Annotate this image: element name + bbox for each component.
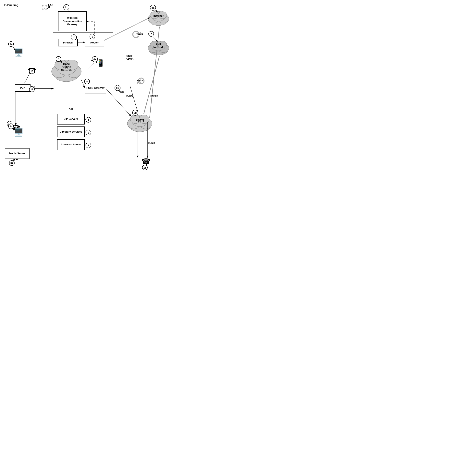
router-box: Router xyxy=(85,39,104,46)
presence-server-box: Presence Server xyxy=(57,139,85,150)
in-building-label: In-Building xyxy=(4,4,18,7)
data-label: Data xyxy=(137,33,143,35)
circle-3: 3 xyxy=(86,143,91,148)
trunks-label-1: Trunks xyxy=(126,94,133,97)
lan-label: LAN xyxy=(48,4,53,7)
circle-0: 0 xyxy=(42,5,47,10)
trunks-label-3: Trunks xyxy=(148,142,155,144)
circle-6b: 6b xyxy=(114,85,121,91)
wireless-gateway-box: Wireless Communication Gateway xyxy=(58,11,87,31)
mobile-device-6a: 📱 xyxy=(96,59,105,67)
cell-network-cloud: CellNetwork xyxy=(147,38,170,56)
circle-37: 37 xyxy=(9,160,15,166)
circle-9: 9 xyxy=(90,34,95,39)
network-diagram: LAN In-Building Wireless Communication G… xyxy=(0,0,177,183)
circle-2: 2 xyxy=(86,130,91,135)
circle-4: 4 xyxy=(84,79,90,84)
base-station-label: BaseStationNetwork xyxy=(50,62,83,72)
circle-11: 11 xyxy=(63,4,69,10)
svg-line-26 xyxy=(130,85,138,112)
circle-14-top: 14 xyxy=(8,41,14,47)
voice-label: Voice xyxy=(137,79,143,82)
circle-14-bottom: 14 xyxy=(8,124,14,129)
cell-network-label: CellNetwork xyxy=(147,43,170,49)
circle-12: 12 xyxy=(29,86,35,92)
circle-8b: 8b xyxy=(132,110,138,116)
pstn-phone-15: ☎ xyxy=(141,157,151,166)
svg-line-8 xyxy=(104,18,150,40)
pbx-box: PBX xyxy=(15,84,31,92)
trunks-label-2: Trunks xyxy=(150,94,158,97)
circle-6a: 6a xyxy=(92,56,98,62)
svg-line-36 xyxy=(13,159,15,161)
internet-label: Internet xyxy=(147,14,170,17)
sip-servers-box: SIP Servers xyxy=(57,114,85,125)
workstation-bottom: 🖥️ xyxy=(14,128,24,137)
internet-cloud: Internet xyxy=(147,9,170,26)
pstn-gateway-box: PSTN Gateway xyxy=(85,83,106,94)
circle-10: 10 xyxy=(71,34,77,40)
workstation-top: 🖥️ xyxy=(14,48,24,57)
pstn-label: PSTN xyxy=(126,119,154,122)
svg-line-13 xyxy=(87,63,94,71)
circle-7: 7 xyxy=(148,31,154,37)
circle-16: 16 xyxy=(29,68,35,74)
directory-services-box: Directory Services xyxy=(57,127,85,137)
gsm-cdma-label: GSM/CDMA xyxy=(126,55,133,60)
sip-label-bottom: SIP xyxy=(69,108,73,111)
circle-5: 5 xyxy=(56,56,61,62)
circle-8a: 8a xyxy=(150,5,156,11)
circle-15: 15 xyxy=(142,165,148,170)
media-server-box: Media Server xyxy=(5,148,30,159)
pstn-cloud: PSTN xyxy=(126,112,154,133)
base-station-cloud: BaseStationNetwork xyxy=(50,56,83,84)
circle-1: 1 xyxy=(86,117,91,123)
